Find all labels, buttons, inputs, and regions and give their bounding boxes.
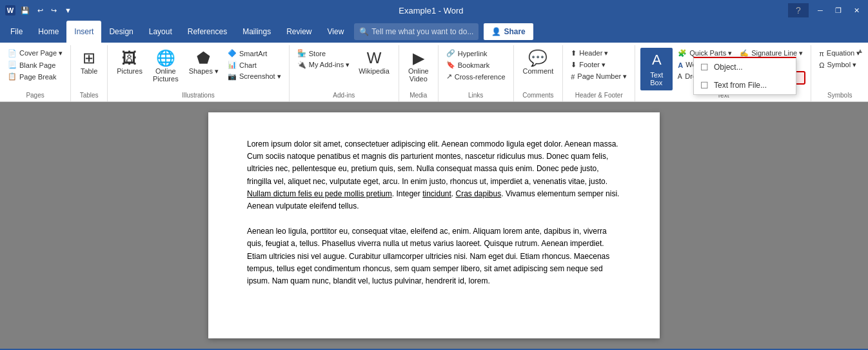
illustrations-col2: 🔷 SmartArt 📊 Chart 📷 Screenshot ▾ — [225, 48, 284, 82]
pictures-btn[interactable]: 🖼 Pictures — [113, 48, 146, 77]
symbols-label: Symbols — [816, 90, 863, 101]
shapes-icon: ⬟ — [197, 50, 210, 66]
menu-home[interactable]: Home — [30, 21, 66, 43]
pictures-icon: 🖼 — [122, 50, 137, 66]
header-icon: ⬆ — [571, 49, 577, 57]
online-pictures-btn[interactable]: 🌐 OnlinePictures — [149, 48, 182, 85]
cross-ref-icon: ↗ — [446, 72, 452, 81]
ribbon-group-links: 🔗 Hyperlink 🔖 Bookmark ↗ Cross-reference… — [439, 45, 514, 101]
page-break-icon: 📋 — [8, 72, 17, 81]
online-video-icon: ▶ — [413, 50, 424, 66]
symbol-icon: Ω — [819, 61, 824, 69]
cover-page-icon: 📄 — [8, 49, 17, 57]
text-from-file-icon: ☐ — [700, 80, 709, 90]
menu-file[interactable]: File — [3, 21, 30, 43]
menu-design[interactable]: Design — [101, 21, 141, 43]
object-dropdown-item-object[interactable]: ☐ Object... — [694, 58, 796, 76]
ribbon-group-pages: 📄 Cover Page ▾ 📃 Blank Page 📋 Page Break… — [0, 45, 71, 101]
wikipedia-icon: W — [367, 50, 382, 66]
page-number-btn[interactable]: # Page Number ▾ — [568, 71, 629, 82]
underline-3: Cras dapibus — [456, 189, 502, 198]
header-footer-label: Header & Footer — [568, 90, 629, 101]
screenshot-btn[interactable]: 📷 Screenshot ▾ — [225, 71, 284, 82]
bookmark-btn[interactable]: 🔖 Bookmark — [444, 59, 508, 70]
menu-references[interactable]: References — [180, 21, 235, 43]
my-addins-btn[interactable]: 🔌 My Add-ins ▾ — [295, 59, 352, 70]
pages-buttons: 📄 Cover Page ▾ 📃 Blank Page 📋 Page Break — [5, 48, 65, 90]
addins-label: Add-ins — [295, 90, 393, 101]
menu-insert[interactable]: Insert — [66, 21, 101, 43]
search-placeholder: Tell me what you want to do... — [371, 27, 473, 36]
paragraph-1: Lorem ipsum dolor sit amet, consectetuer… — [247, 138, 621, 212]
footer-icon: ⬇ — [571, 61, 577, 69]
addins-col: 🏪 Store 🔌 My Add-ins ▾ — [295, 48, 352, 70]
illustrations-buttons: 🖼 Pictures 🌐 OnlinePictures ⬟ Shapes ▾ 🔷… — [113, 48, 284, 90]
share-icon: 👤 — [491, 27, 501, 36]
underline-2: tincidunt — [422, 189, 451, 198]
drop-cap-icon: Ꭺ — [678, 72, 682, 81]
table-btn[interactable]: ⊞ Table — [76, 48, 102, 77]
smartart-icon: 🔷 — [228, 49, 237, 57]
header-btn[interactable]: ⬆ Header ▾ — [568, 48, 629, 59]
wikipedia-btn[interactable]: W Wikipedia — [355, 48, 393, 77]
links-buttons: 🔗 Hyperlink 🔖 Bookmark ↗ Cross-reference — [444, 48, 508, 90]
cross-reference-btn[interactable]: ↗ Cross-reference — [444, 71, 508, 82]
comments-buttons: 💬 Comment — [519, 48, 558, 90]
customize-qat-btn[interactable]: ▼ — [62, 5, 74, 15]
tables-label: Tables — [76, 90, 102, 101]
object-item-icon: ☐ — [700, 62, 709, 72]
restore-btn[interactable]: ❐ — [832, 4, 845, 17]
redo-qat-btn[interactable]: ↪ — [48, 5, 59, 16]
object-dropdown-menu: ☐ Object... ☐ Text from File... — [693, 57, 796, 95]
chart-btn[interactable]: 📊 Chart — [225, 59, 284, 70]
minimize-btn[interactable]: ─ — [814, 4, 827, 17]
text-box-icon: A — [652, 52, 662, 68]
menu-review[interactable]: Review — [279, 21, 319, 43]
smartart-btn[interactable]: 🔷 SmartArt — [225, 48, 284, 59]
quick-parts-icon: 🧩 — [678, 49, 687, 57]
shapes-btn[interactable]: ⬟ Shapes ▾ — [185, 48, 222, 78]
window-title: Example1 - Word — [74, 6, 788, 15]
store-icon: 🏪 — [297, 49, 306, 57]
ribbon-group-comments: 💬 Comment Comments — [514, 45, 564, 101]
blank-page-btn[interactable]: 📃 Blank Page — [5, 59, 65, 70]
pages-col: 📄 Cover Page ▾ 📃 Blank Page 📋 Page Break — [5, 48, 65, 82]
ribbon-group-addins: 🏪 Store 🔌 My Add-ins ▾ W Wikipedia Add-i… — [290, 45, 399, 101]
addins-buttons: 🏪 Store 🔌 My Add-ins ▾ W Wikipedia — [295, 48, 393, 90]
hyperlink-btn[interactable]: 🔗 Hyperlink — [444, 48, 508, 59]
object-dropdown-item-text-from-file[interactable]: ☐ Text from File... — [694, 76, 796, 94]
share-button[interactable]: 👤 Share — [484, 23, 533, 40]
store-btn[interactable]: 🏪 Store — [295, 48, 352, 59]
close-btn[interactable]: ✕ — [850, 4, 863, 17]
ribbon-group-tables: ⊞ Table Tables — [71, 45, 108, 101]
menu-view[interactable]: View — [320, 21, 352, 43]
symbol-btn[interactable]: Ω Symbol ▾ — [816, 59, 863, 70]
hyperlink-icon: 🔗 — [446, 49, 455, 57]
ribbon-group-illustrations: 🖼 Pictures 🌐 OnlinePictures ⬟ Shapes ▾ 🔷… — [108, 45, 290, 101]
menu-mailings[interactable]: Mailings — [235, 21, 279, 43]
comments-label: Comments — [519, 90, 558, 101]
illustrations-label: Illustrations — [113, 90, 284, 101]
comment-btn[interactable]: 💬 Comment — [519, 48, 558, 77]
bookmark-icon: 🔖 — [446, 61, 455, 69]
menu-bar: File Home Insert Design Layout Reference… — [0, 21, 868, 43]
online-pictures-icon: 🌐 — [156, 50, 175, 66]
online-video-btn[interactable]: ▶ OnlineVideo — [404, 48, 433, 85]
links-label: Links — [444, 90, 508, 101]
tell-me-search[interactable]: 🔍 Tell me what you want to do... — [354, 23, 478, 40]
blank-page-icon: 📃 — [8, 61, 17, 69]
ribbon-collapse-btn[interactable]: ▲ — [855, 45, 865, 56]
title-bar-left: W 💾 ↩ ↪ ▼ — [5, 5, 74, 16]
cover-page-btn[interactable]: 📄 Cover Page ▾ — [5, 48, 65, 59]
menu-layout[interactable]: Layout — [141, 21, 180, 43]
undo-qat-btn[interactable]: ↩ — [35, 5, 46, 16]
text-box-btn[interactable]: A TextBox — [640, 48, 673, 90]
document-page[interactable]: Lorem ipsum dolor sit amet, consectetuer… — [208, 112, 660, 338]
footer-btn[interactable]: ⬇ Footer ▾ — [568, 59, 629, 70]
title-bar: W 💾 ↩ ↪ ▼ Example1 - Word ? ─ ❐ ✕ — [0, 0, 868, 21]
save-qat-btn[interactable]: 💾 — [18, 5, 32, 16]
media-label: Media — [404, 90, 433, 101]
page-break-btn[interactable]: 📋 Page Break — [5, 71, 65, 82]
title-bar-right: ? ─ ❐ ✕ — [788, 3, 863, 17]
search-icon: 🔍 — [359, 27, 369, 36]
